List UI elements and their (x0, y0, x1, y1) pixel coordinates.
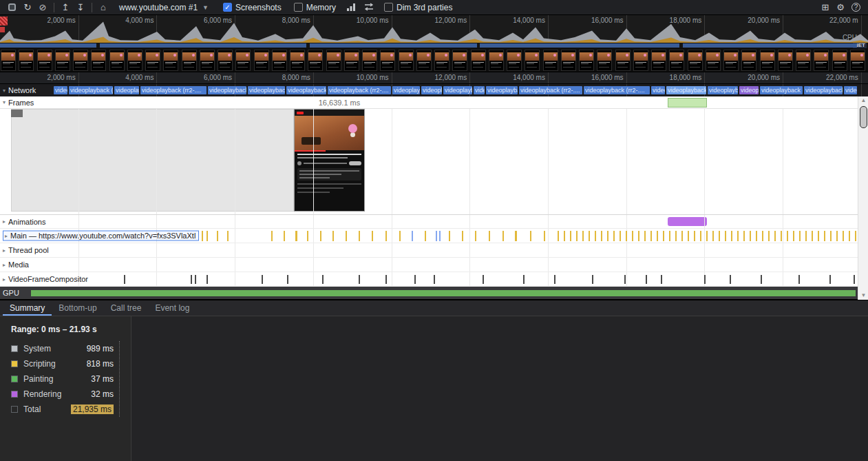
filmstrip-thumbnail[interactable] (615, 50, 631, 71)
filmstrip-thumbnail[interactable] (200, 50, 215, 71)
main-thread-event-tick[interactable] (793, 231, 794, 241)
filmstrip-thumbnail[interactable] (272, 50, 287, 71)
main-thread-event-tick[interactable] (436, 231, 437, 241)
compositor-event-tick[interactable] (262, 275, 263, 284)
main-thread-event-tick[interactable] (202, 231, 203, 241)
compositor-event-tick[interactable] (434, 275, 435, 284)
filmstrip-thumbnail[interactable] (597, 50, 612, 71)
main-thread-event-tick[interactable] (830, 231, 832, 241)
main-thread-event-tick[interactable] (307, 231, 308, 241)
compositor-event-tick[interactable] (761, 275, 762, 284)
tab-bottom-up[interactable]: Bottom-up (52, 300, 103, 316)
main-thread-event-tick[interactable] (449, 231, 450, 241)
track-main-header[interactable]: ▸ Main — https://www.youtube.com/watch?v… (3, 231, 199, 241)
compositor-event-tick[interactable] (646, 275, 647, 284)
main-thread-event-tick[interactable] (385, 231, 387, 241)
main-thread-event-tick[interactable] (558, 231, 559, 241)
main-thread-event-tick[interactable] (805, 231, 807, 241)
main-thread-event-tick[interactable] (346, 231, 347, 241)
main-thread-event-tick[interactable] (774, 231, 776, 241)
main-thread-event-tick[interactable] (712, 231, 714, 241)
network-conditions-icon[interactable] (346, 1, 356, 14)
network-request-bar[interactable]: videoplayback (rr2-.... (666, 86, 706, 94)
main-thread-event-tick[interactable] (515, 231, 517, 241)
main-thread-event-tick[interactable] (706, 231, 708, 241)
track-media-header[interactable]: ▸ Media (3, 260, 29, 269)
compositor-event-tick[interactable] (191, 275, 192, 284)
track-vfc-header[interactable]: ▸ VideoFrameCompositor (3, 275, 88, 283)
record-icon[interactable] (8, 3, 16, 11)
filmstrip-thumbnail[interactable] (91, 50, 106, 71)
compositor-event-tick[interactable] (854, 275, 855, 284)
main-thread-event-tick[interactable] (781, 231, 782, 241)
tab-event-log[interactable]: Event log (148, 300, 196, 316)
clear-icon[interactable]: ⊘ (35, 1, 50, 14)
compositor-event-tick[interactable] (829, 275, 831, 284)
filmstrip-thumbnail[interactable] (235, 50, 251, 71)
compositor-event-tick[interactable] (661, 275, 662, 284)
filmstrip-thumbnail[interactable] (688, 50, 703, 71)
filmstrip-thumbnail[interactable] (218, 50, 233, 71)
help-icon[interactable]: ? (851, 3, 860, 12)
main-thread-event-tick[interactable] (681, 231, 683, 241)
main-thread-event-tick[interactable] (399, 231, 401, 241)
main-thread-event-tick[interactable] (295, 231, 297, 241)
filmstrip-thumbnail[interactable] (290, 50, 305, 71)
gpu-activity-bar[interactable] (31, 290, 856, 296)
filmstrip-thumbnail[interactable] (723, 50, 739, 71)
main-thread-event-tick[interactable] (799, 231, 801, 241)
filmstrip-thumbnail[interactable] (525, 50, 540, 71)
compositor-event-tick[interactable] (523, 275, 525, 284)
track-thread-pool-header[interactable]: ▸ Thread pool (3, 246, 49, 254)
network-request-bar[interactable]: videoplayback (rr2-.... (443, 86, 472, 94)
tab-call-tree[interactable]: Call tree (104, 300, 149, 316)
network-request-bar[interactable]: videoplayback (rr2-.... (286, 86, 326, 94)
main-thread-event-tick[interactable] (332, 231, 334, 241)
main-thread-event-tick[interactable] (762, 231, 763, 241)
filmstrip-thumbnail[interactable] (344, 50, 359, 71)
filmstrip-thumbnail[interactable] (489, 50, 504, 71)
scroll-down-icon[interactable]: ▼ (858, 291, 868, 300)
filmstrip-thumbnail[interactable] (471, 50, 486, 71)
main-thread-event-tick[interactable] (439, 231, 441, 241)
filmstrip-thumbnail[interactable] (778, 50, 793, 71)
main-thread-event-tick[interactable] (475, 231, 476, 241)
main-thread-event-tick[interactable] (601, 231, 602, 241)
disclosure-triangle-icon[interactable]: ▾ (3, 88, 6, 94)
save-profile-icon[interactable]: ↧ (73, 1, 88, 14)
main-thread-event-tick[interactable] (731, 231, 732, 241)
scrollbar-thumb[interactable] (860, 106, 867, 128)
main-thread-event-tick[interactable] (787, 231, 788, 241)
main-thread-event-tick[interactable] (570, 231, 571, 241)
main-thread-event-tick[interactable] (372, 231, 373, 241)
network-request-bar[interactable]: videoplayback (rr2-.... (114, 86, 139, 94)
filmstrip-thumbnail[interactable] (633, 50, 648, 71)
filmstrip-thumbnail[interactable] (796, 50, 811, 71)
filmstrip-thumbnail[interactable] (1, 50, 16, 71)
main-thread-event-tick[interactable] (207, 231, 208, 241)
main-thread-event-tick[interactable] (576, 231, 578, 241)
filmstrip-thumbnail[interactable] (741, 50, 756, 71)
main-thread-event-tick[interactable] (855, 231, 856, 241)
main-thread-event-tick[interactable] (756, 231, 757, 241)
page-selector[interactable]: www.youtube.com #1 ▼ (119, 3, 209, 12)
main-thread-event-tick[interactable] (657, 231, 658, 241)
network-request-bar[interactable]: videoplayback (rr2-.... (328, 86, 391, 94)
screenshots-checkbox[interactable]: ✓ (223, 3, 232, 12)
main-thread-event-tick[interactable] (843, 231, 844, 241)
main-thread-event-tick[interactable] (675, 231, 677, 241)
main-thread-event-tick[interactable] (489, 231, 490, 241)
filmstrip-thumbnail[interactable] (669, 50, 684, 71)
filmstrip-thumbnail[interactable] (706, 50, 721, 71)
filmstrip-thumbnail[interactable] (416, 50, 432, 71)
network-request-bar[interactable]: videoplayback (rr2-.... (760, 86, 803, 94)
main-thread-event-tick[interactable] (818, 231, 819, 241)
disclosure-triangle-icon[interactable]: ▸ (3, 262, 6, 268)
network-request-bar[interactable]: videoplayback (rr2-.... (844, 86, 857, 94)
filmstrip-thumbnail[interactable] (850, 50, 865, 71)
filmstrip-thumbnail[interactable] (380, 50, 395, 71)
network-request-bar[interactable]: videoplayback (rr2-.... (208, 86, 246, 94)
main-thread-event-tick[interactable] (638, 231, 639, 241)
compositor-event-tick[interactable] (798, 275, 800, 284)
main-thread-event-tick[interactable] (589, 231, 590, 241)
